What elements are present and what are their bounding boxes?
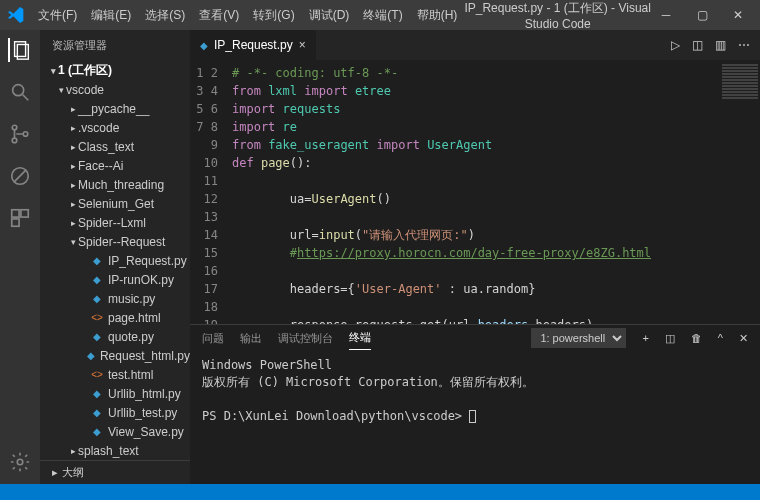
debug-icon[interactable] bbox=[8, 164, 32, 188]
terminal[interactable]: Windows PowerShell 版权所有 (C) Microsoft Co… bbox=[190, 351, 760, 484]
tree-item[interactable]: ◆Request_html.py bbox=[40, 346, 190, 365]
tree-item[interactable]: ▸Spider--Lxml bbox=[40, 213, 190, 232]
more-icon[interactable]: ⋯ bbox=[738, 38, 750, 52]
window-maximize-icon[interactable]: ▢ bbox=[688, 8, 716, 22]
svg-point-12 bbox=[17, 459, 23, 465]
file-tree[interactable]: ▾1 (工作区)▾vscode▸__pycache__▸.vscode▸Clas… bbox=[40, 61, 190, 460]
line-gutter: 1 2 3 4 5 6 7 8 9 10 11 12 13 14 15 16 1… bbox=[190, 60, 232, 324]
explorer-icon[interactable] bbox=[8, 38, 32, 62]
terminal-selector[interactable]: 1: powershell bbox=[531, 328, 626, 348]
menu-item[interactable]: 调试(D) bbox=[303, 3, 356, 28]
sidebar: 资源管理器 ▾1 (工作区)▾vscode▸__pycache__▸.vscod… bbox=[40, 30, 190, 484]
menu-bar: 文件(F)编辑(E)选择(S)查看(V)转到(G)调试(D)终端(T)帮助(H) bbox=[32, 3, 463, 28]
status-bar[interactable] bbox=[0, 484, 760, 500]
split-terminal-icon[interactable]: ◫ bbox=[665, 332, 675, 345]
menu-item[interactable]: 帮助(H) bbox=[411, 3, 464, 28]
maximize-panel-icon[interactable]: ^ bbox=[718, 332, 723, 344]
tree-item[interactable]: ▸Class_text bbox=[40, 137, 190, 156]
settings-gear-icon[interactable] bbox=[8, 450, 32, 474]
tree-item[interactable]: ▾Spider--Request bbox=[40, 232, 190, 251]
titlebar: 文件(F)编辑(E)选择(S)查看(V)转到(G)调试(D)终端(T)帮助(H)… bbox=[0, 0, 760, 30]
svg-rect-9 bbox=[12, 210, 19, 217]
activity-bar bbox=[0, 30, 40, 484]
tree-item[interactable]: ◆quote.py bbox=[40, 327, 190, 346]
menu-item[interactable]: 编辑(E) bbox=[85, 3, 137, 28]
tree-item[interactable]: ▸Face--Ai bbox=[40, 156, 190, 175]
tree-item[interactable]: ◆music.py bbox=[40, 289, 190, 308]
tab-ip-request[interactable]: ◆ IP_Request.py × bbox=[190, 30, 317, 60]
bottom-panel: 问题输出调试控制台终端 1: powershell + ◫ 🗑 ^ ✕ Wind… bbox=[190, 324, 760, 484]
svg-line-3 bbox=[23, 95, 29, 101]
tree-item[interactable]: ◆IP-runOK.py bbox=[40, 270, 190, 289]
editor-area: ◆ IP_Request.py × ▷ ◫ ▥ ⋯ 1 2 3 4 5 6 7 … bbox=[190, 30, 760, 484]
extensions-icon[interactable] bbox=[8, 206, 32, 230]
panel-tab[interactable]: 输出 bbox=[240, 327, 262, 350]
close-icon[interactable]: × bbox=[299, 38, 306, 52]
python-file-icon: ◆ bbox=[200, 40, 208, 51]
panel-tab[interactable]: 问题 bbox=[202, 327, 224, 350]
svg-point-6 bbox=[23, 132, 28, 137]
close-panel-icon[interactable]: ✕ bbox=[739, 332, 748, 345]
panel-tab[interactable]: 调试控制台 bbox=[278, 327, 333, 350]
minimap[interactable] bbox=[720, 60, 760, 324]
tree-item[interactable]: ▸splash_text bbox=[40, 441, 190, 460]
tree-item[interactable]: ▸.vscode bbox=[40, 118, 190, 137]
svg-point-2 bbox=[13, 85, 24, 96]
layout-icon[interactable]: ▥ bbox=[715, 38, 726, 52]
sidebar-header: 资源管理器 bbox=[40, 30, 190, 61]
panel-tabs: 问题输出调试控制台终端 1: powershell + ◫ 🗑 ^ ✕ bbox=[190, 325, 760, 351]
run-icon[interactable]: ▷ bbox=[671, 38, 680, 52]
tab-label: IP_Request.py bbox=[214, 38, 293, 52]
svg-point-5 bbox=[12, 138, 17, 143]
svg-point-4 bbox=[12, 125, 17, 130]
tree-item[interactable]: ▾vscode bbox=[40, 80, 190, 99]
new-terminal-icon[interactable]: + bbox=[642, 332, 648, 344]
panel-tab[interactable]: 终端 bbox=[349, 326, 371, 350]
split-editor-icon[interactable]: ◫ bbox=[692, 38, 703, 52]
tree-item[interactable]: ◆Urllib_test.py bbox=[40, 403, 190, 422]
search-icon[interactable] bbox=[8, 80, 32, 104]
menu-item[interactable]: 选择(S) bbox=[139, 3, 191, 28]
window-minimize-icon[interactable]: ─ bbox=[652, 8, 680, 22]
sidebar-outline[interactable]: ▸大纲 bbox=[40, 460, 190, 484]
window-close-icon[interactable]: ✕ bbox=[724, 8, 752, 22]
source-control-icon[interactable] bbox=[8, 122, 32, 146]
menu-item[interactable]: 转到(G) bbox=[247, 3, 300, 28]
tree-item[interactable]: <>page.html bbox=[40, 308, 190, 327]
svg-line-8 bbox=[14, 170, 26, 182]
editor-tabs: ◆ IP_Request.py × ▷ ◫ ▥ ⋯ bbox=[190, 30, 760, 60]
vscode-icon bbox=[8, 7, 24, 23]
tree-item[interactable]: ▸Much_threading bbox=[40, 175, 190, 194]
tree-item[interactable]: ◆IP_Request.py bbox=[40, 251, 190, 270]
svg-rect-10 bbox=[21, 210, 28, 217]
menu-item[interactable]: 查看(V) bbox=[193, 3, 245, 28]
window-title: IP_Request.py - 1 (工作区) - Visual Studio … bbox=[463, 0, 652, 31]
tree-item[interactable]: ▾1 (工作区) bbox=[40, 61, 190, 80]
menu-item[interactable]: 文件(F) bbox=[32, 3, 83, 28]
tree-item[interactable]: ▸Selenium_Get bbox=[40, 194, 190, 213]
menu-item[interactable]: 终端(T) bbox=[357, 3, 408, 28]
tree-item[interactable]: ◆View_Save.py bbox=[40, 422, 190, 441]
tree-item[interactable]: ▸__pycache__ bbox=[40, 99, 190, 118]
kill-terminal-icon[interactable]: 🗑 bbox=[691, 332, 702, 344]
svg-rect-11 bbox=[12, 219, 19, 226]
tree-item[interactable]: <>test.html bbox=[40, 365, 190, 384]
code-content[interactable]: # -*- coding: utf-8 -*- from lxml import… bbox=[232, 60, 760, 324]
tree-item[interactable]: ◆Urllib_html.py bbox=[40, 384, 190, 403]
code-editor[interactable]: 1 2 3 4 5 6 7 8 9 10 11 12 13 14 15 16 1… bbox=[190, 60, 760, 324]
